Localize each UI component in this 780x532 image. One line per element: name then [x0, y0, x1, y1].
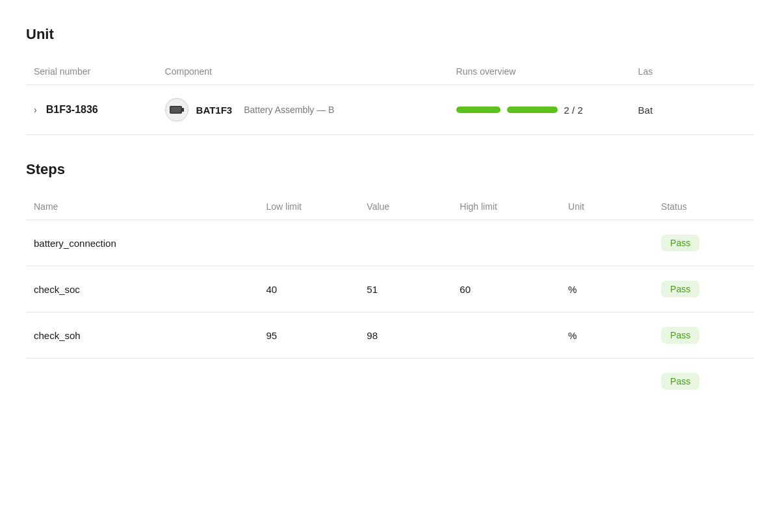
step-unit: [560, 359, 653, 405]
step-value: 98: [359, 312, 452, 359]
step-unit: %: [560, 266, 653, 312]
last-cell: Bat: [630, 85, 754, 135]
step-high-limit: [452, 312, 560, 359]
status-badge: Pass: [661, 373, 699, 390]
steps-table-row[interactable]: battery_connectionPass: [26, 220, 754, 266]
steps-col-unit: Unit: [560, 196, 653, 220]
step-status: Pass: [653, 220, 754, 266]
component-icon: [165, 98, 188, 121]
unit-section: Unit Serial number Component Runs overvi…: [26, 26, 754, 135]
step-value: [359, 359, 452, 405]
step-high-limit: [452, 359, 560, 405]
step-low-limit: [258, 359, 359, 405]
serial-number-cell: › B1F3-1836: [26, 85, 157, 135]
steps-col-low: Low limit: [258, 196, 359, 220]
status-badge: Pass: [661, 234, 699, 251]
step-low-limit: 40: [258, 266, 359, 312]
steps-col-status: Status: [653, 196, 754, 220]
step-high-limit: [452, 220, 560, 266]
component-code: BAT1F3: [196, 105, 233, 116]
step-status: Pass: [653, 312, 754, 359]
status-badge: Pass: [661, 327, 699, 344]
step-unit: [560, 220, 653, 266]
svg-rect-1: [182, 108, 184, 112]
serial-number-value: B1F3-1836: [46, 104, 98, 116]
unit-col-serial: Serial number: [26, 61, 157, 85]
steps-table: Name Low limit Value High limit Unit Sta…: [26, 196, 754, 404]
step-name: check_soh: [26, 312, 258, 359]
steps-header-row: Name Low limit Value High limit Unit Sta…: [26, 196, 754, 220]
run-bar-1: [456, 107, 500, 113]
component-name: Battery Assembly — B: [244, 105, 334, 115]
expand-chevron-icon[interactable]: ›: [34, 105, 40, 115]
step-value: 51: [359, 266, 452, 312]
step-unit: %: [560, 312, 653, 359]
step-high-limit: 60: [452, 266, 560, 312]
step-name: [26, 359, 258, 405]
unit-col-last: Las: [630, 61, 754, 85]
step-name: check_soc: [26, 266, 258, 312]
unit-col-runs: Runs overview: [448, 61, 630, 85]
step-status: Pass: [653, 266, 754, 312]
steps-table-row[interactable]: Pass: [26, 359, 754, 405]
steps-table-row[interactable]: check_soh9598%Pass: [26, 312, 754, 359]
last-value: Bat: [638, 105, 653, 116]
unit-col-component: Component: [157, 61, 448, 85]
unit-title: Unit: [26, 26, 754, 43]
step-status: Pass: [653, 359, 754, 405]
steps-col-high: High limit: [452, 196, 560, 220]
page: Unit Serial number Component Runs overvi…: [0, 0, 780, 532]
component-cell: BAT1F3 Battery Assembly — B: [157, 85, 448, 135]
svg-rect-2: [170, 107, 181, 113]
steps-col-value: Value: [359, 196, 452, 220]
step-name: battery_connection: [26, 220, 258, 266]
status-badge: Pass: [661, 281, 699, 298]
run-bar-2: [507, 107, 558, 113]
steps-section: Steps Name Low limit Value High limit Un…: [26, 161, 754, 404]
unit-table: Serial number Component Runs overview La…: [26, 61, 754, 135]
step-low-limit: [258, 220, 359, 266]
unit-table-header-row: Serial number Component Runs overview La…: [26, 61, 754, 85]
steps-title: Steps: [26, 161, 754, 178]
unit-table-row[interactable]: › B1F3-1836: [26, 85, 754, 135]
runs-count: 2 / 2: [564, 105, 583, 116]
steps-table-row[interactable]: check_soc405160%Pass: [26, 266, 754, 312]
steps-col-name: Name: [26, 196, 258, 220]
step-low-limit: 95: [258, 312, 359, 359]
runs-cell: 2 / 2: [448, 85, 630, 135]
step-value: [359, 220, 452, 266]
